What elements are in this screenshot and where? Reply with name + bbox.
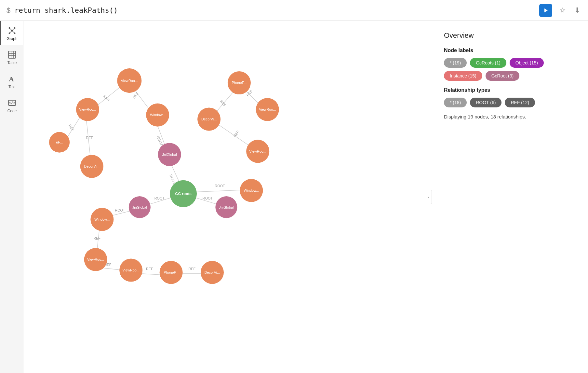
svg-text:REF: REF: [188, 267, 195, 271]
svg-line-17: [11, 102, 13, 104]
table-icon: [7, 50, 17, 59]
svg-line-9: [12, 31, 15, 33]
badge-object[interactable]: Object (15): [510, 58, 544, 68]
sidebar-label-code: Code: [7, 109, 17, 113]
svg-text:REF: REF: [93, 236, 100, 240]
right-panel: Overview Node labels * (19) GcRoots (1) …: [432, 21, 588, 373]
badge-gcroots[interactable]: GcRoots (1): [470, 58, 506, 68]
badge-star[interactable]: * (19): [444, 58, 467, 68]
svg-text:JniGlobal: JniGlobal: [132, 205, 147, 209]
badge-rel-ref[interactable]: REF (12): [505, 98, 535, 107]
svg-text:JniGlobal: JniGlobal: [219, 205, 234, 209]
graph-icon: [7, 26, 17, 35]
graph-area: REF REF REF REF ROOT REF REF REF: [23, 21, 425, 373]
sidebar-label-graph: Graph: [7, 36, 17, 41]
svg-text:eF...: eF...: [56, 140, 63, 144]
sidebar-label-table: Table: [7, 61, 17, 65]
svg-text:REF: REF: [233, 130, 240, 138]
svg-text:ViewRoo...: ViewRoo...: [79, 107, 96, 111]
badge-gcroot[interactable]: GcRoot (3): [486, 71, 519, 81]
download-button[interactable]: ⬇: [573, 5, 581, 16]
svg-text:GC roots: GC roots: [175, 191, 192, 196]
svg-text:ROOT: ROOT: [215, 184, 225, 188]
svg-text:JniGlobal: JniGlobal: [162, 153, 177, 157]
sidebar-item-table[interactable]: Table: [0, 45, 23, 69]
svg-line-7: [12, 28, 15, 31]
svg-text:ROOT: ROOT: [115, 208, 125, 212]
left-sidebar: Graph Table A Text: [0, 21, 23, 373]
graph-svg: REF REF REF REF ROOT REF REF REF: [23, 21, 425, 373]
svg-line-8: [9, 31, 12, 33]
query-text: return shark.leakPaths(): [14, 6, 118, 14]
svg-text:DecorVi...: DecorVi...: [201, 117, 217, 121]
svg-text:ROOT: ROOT: [203, 196, 213, 200]
badge-rel-star[interactable]: * (18): [444, 98, 467, 107]
svg-text:Window...: Window...: [150, 113, 165, 117]
svg-text:ViewRoo...: ViewRoo...: [259, 107, 276, 111]
code-icon: [7, 98, 17, 107]
query-area: $ return shark.leakPaths(): [7, 6, 118, 15]
node-labels-badges: * (19) GcRoots (1) Object (15) Instance …: [444, 58, 576, 81]
svg-text:ROOT: ROOT: [154, 196, 165, 200]
svg-text:DecorVi...: DecorVi...: [84, 164, 100, 168]
svg-line-40: [192, 190, 245, 192]
svg-text:REF: REF: [68, 124, 75, 132]
relationship-types-title: Relationship types: [444, 87, 576, 93]
run-button[interactable]: [539, 4, 552, 17]
badge-instance[interactable]: Instance (15): [444, 71, 482, 81]
svg-text:REF: REF: [86, 136, 93, 140]
svg-marker-0: [544, 8, 548, 12]
svg-text:PhoneF...: PhoneF...: [232, 81, 247, 85]
bookmark-button[interactable]: ☆: [558, 5, 567, 16]
svg-text:PhoneF...: PhoneF...: [164, 270, 179, 274]
text-icon: A: [7, 74, 17, 83]
relationship-types-badges: * (18) ROOT (6) REF (12): [444, 98, 576, 107]
svg-rect-10: [8, 51, 16, 58]
svg-text:A: A: [9, 75, 14, 83]
panel-toggle-button[interactable]: ›: [425, 190, 432, 204]
svg-text:REF: REF: [132, 91, 139, 100]
badge-rel-root[interactable]: ROOT (6): [470, 98, 501, 107]
sidebar-item-graph[interactable]: Graph: [0, 21, 23, 45]
svg-text:ViewRoo...: ViewRoo...: [121, 79, 138, 83]
svg-text:ViewRoo...: ViewRoo...: [249, 149, 266, 153]
sidebar-item-text[interactable]: A Text: [0, 69, 23, 93]
svg-line-6: [9, 28, 12, 31]
overview-title: Overview: [444, 31, 576, 40]
top-bar-actions: ☆ ⬇: [539, 4, 581, 17]
top-bar: $ return shark.leakPaths() ☆ ⬇: [0, 0, 588, 21]
node-labels-title: Node labels: [444, 48, 576, 53]
sidebar-item-code[interactable]: Code: [0, 93, 23, 117]
stats-text: Displaying 19 nodes, 18 relationships.: [444, 114, 576, 119]
svg-text:ViewRoo...: ViewRoo...: [87, 257, 104, 261]
svg-text:Window...: Window...: [94, 217, 110, 221]
right-panel-container: › Overview Node labels * (19) GcRoots (1…: [425, 21, 588, 373]
svg-text:REF: REF: [146, 267, 153, 271]
dollar-sign: $: [7, 6, 10, 15]
sidebar-label-text: Text: [8, 85, 16, 89]
svg-text:DecorVi...: DecorVi...: [205, 270, 220, 274]
svg-text:ROOT: ROOT: [156, 135, 164, 146]
svg-text:Window...: Window...: [244, 188, 259, 192]
svg-text:ViewRoo...: ViewRoo...: [123, 268, 140, 272]
main-layout: Graph Table A Text: [0, 21, 588, 373]
